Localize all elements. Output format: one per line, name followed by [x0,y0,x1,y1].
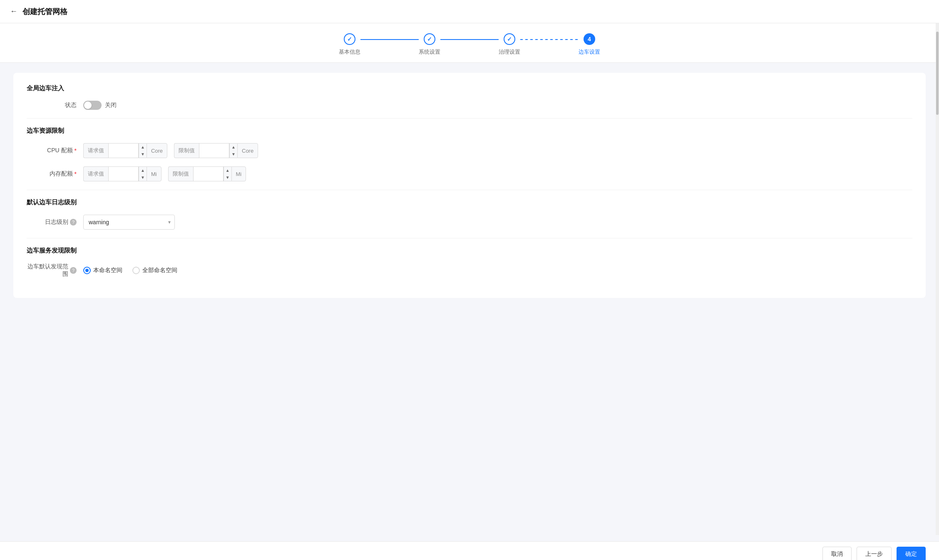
toggle-status-text: 关闭 [105,102,117,109]
cpu-limit-placeholder: 限制值 [174,143,199,158]
mem-limit-spinner: ▲ ▼ [223,166,231,181]
log-level-help-icon[interactable]: ? [70,219,77,225]
log-level-select-wrap: warning trace debug info error ▾ [83,215,175,230]
step-3-label: 治理设置 [499,48,520,56]
toggle-slider [83,101,102,110]
mem-limit-input[interactable]: 512 [193,166,223,181]
mem-label: 内存配额 * [27,170,77,178]
prev-button[interactable]: 上一步 [857,547,892,560]
mem-request-spinner: ▲ ▼ [138,166,147,181]
scrollbar-track [936,23,939,535]
section-resource-title: 边车资源限制 [27,127,912,135]
stepper: ✓ 基本信息 ✓ 系统设置 ✓ 治理设置 [339,33,600,56]
step-2-check: ✓ [427,36,432,42]
cpu-request-placeholder: 请求值 [83,143,108,158]
mem-limit-down[interactable]: ▼ [224,174,231,181]
step-4-circle: 4 [584,33,595,45]
divider-1 [27,118,912,119]
discovery-radio-group: 本命名空间 全部命名空间 [83,267,177,274]
mem-request-unit: Mi [147,166,161,181]
cpu-request-input[interactable]: 0.1 [108,143,138,158]
discovery-help-icon[interactable]: ? [70,267,77,274]
discovery-label: 边车默认发现范围 ? [27,263,77,278]
mem-request-placeholder: 请求值 [83,166,108,181]
section-global-sidecar-title: 全局边车注入 [27,84,912,92]
divider-3 [27,238,912,238]
step-4-label: 边车设置 [579,48,600,56]
cpu-request-spinner: ▲ ▼ [138,143,147,158]
step-2-label: 系统设置 [419,48,440,56]
step-3: ✓ 治理设置 [499,33,520,56]
log-level-select[interactable]: warning trace debug info error [83,215,175,230]
cpu-limit-group: 限制值 0.6 ▲ ▼ Core [174,143,258,158]
radio-local-label: 本命名空间 [93,267,122,274]
mem-request-up[interactable]: ▲ [139,167,147,174]
step-1-label: 基本信息 [339,48,360,56]
divider-2 [27,190,912,190]
mem-request-input[interactable]: 128 [108,166,138,181]
form-row-memory: 内存配额 * 请求值 128 ▲ ▼ Mi 限制值 512 ▲ ▼ Mi [27,166,912,181]
cpu-limit-unit: Core [237,143,258,158]
mem-limit-group: 限制值 512 ▲ ▼ Mi [168,166,246,181]
step-1-circle: ✓ [344,33,355,45]
cpu-limit-down[interactable]: ▼ [229,151,237,158]
step-2-circle: ✓ [424,33,435,45]
scrollbar-thumb[interactable] [936,32,939,115]
form-row-log-level: 日志级别 ? warning trace debug info error ▾ [27,215,912,230]
form-row-status: 状态 关闭 [27,101,912,110]
radio-all-namespace[interactable]: 全部命名空间 [132,267,177,274]
step-3-check: ✓ [507,36,512,42]
cpu-limit-input[interactable]: 0.6 [199,143,229,158]
section-log-level-title: 默认边车日志级别 [27,198,912,206]
cpu-label: CPU 配额 * [27,147,77,154]
cancel-button[interactable]: 取消 [822,547,852,560]
mem-limit-up[interactable]: ▲ [224,167,231,174]
mem-request-group: 请求值 128 ▲ ▼ Mi [83,166,161,181]
step-connector-2 [440,33,499,40]
step-3-circle: ✓ [504,33,515,45]
radio-all-circle [132,267,140,274]
mem-limit-placeholder: 限制值 [168,166,193,181]
global-sidecar-toggle[interactable] [83,101,102,110]
form-row-discovery: 边车默认发现范围 ? 本命名空间 全部命名空间 [27,263,912,278]
radio-local-namespace[interactable]: 本命名空间 [83,267,122,274]
radio-all-label: 全部命名空间 [142,267,177,274]
toggle-wrap: 关闭 [83,101,117,110]
mem-request-down[interactable]: ▼ [139,174,147,181]
step-connector-3 [520,33,579,40]
cpu-limit-up[interactable]: ▲ [229,144,237,151]
connector-line-2 [440,39,499,40]
step-2: ✓ 系统设置 [419,33,440,56]
stepper-bar: ✓ 基本信息 ✓ 系统设置 ✓ 治理设置 [0,23,939,63]
cpu-request-up[interactable]: ▲ [139,144,147,151]
connector-line-3 [520,39,579,40]
connector-line-1 [360,39,419,40]
cpu-limit-spinner: ▲ ▼ [229,143,237,158]
step-connector-1 [360,33,419,40]
section-discovery-title: 边车服务发现限制 [27,247,912,255]
page-header: ← 创建托管网格 [0,0,939,23]
form-row-cpu: CPU 配额 * 请求值 0.1 ▲ ▼ Core 限制值 0.6 ▲ ▼ Co [27,143,912,158]
cpu-required-star: * [75,147,77,154]
mem-required-star: * [75,171,77,177]
cpu-request-group: 请求值 0.1 ▲ ▼ Core [83,143,167,158]
footer: 取消 上一步 确定 [0,541,939,560]
settings-card: 全局边车注入 状态 关闭 边车资源限制 CPU 配额 * 请求值 [13,73,926,298]
status-label: 状态 [27,102,77,109]
confirm-button[interactable]: 确定 [897,547,926,560]
main-content: 全局边车注入 状态 关闭 边车资源限制 CPU 配额 * 请求值 [0,63,939,541]
log-level-label: 日志级别 ? [27,218,77,226]
cpu-request-down[interactable]: ▼ [139,151,147,158]
mem-limit-unit: Mi [231,166,246,181]
cpu-request-unit: Core [147,143,167,158]
step-1-check: ✓ [347,36,352,42]
step-1: ✓ 基本信息 [339,33,360,56]
radio-local-circle [83,267,91,274]
step-4-number: 4 [588,36,591,42]
back-button[interactable]: ← [10,7,17,16]
step-4: 4 边车设置 [579,33,600,56]
page-title: 创建托管网格 [22,7,67,17]
